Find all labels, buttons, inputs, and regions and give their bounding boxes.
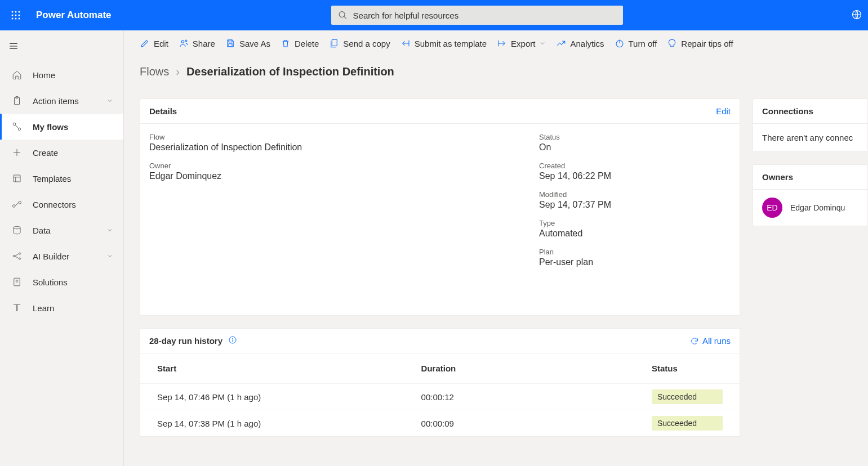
owners-card: Owners ED Edgar Dominqu	[753, 164, 868, 226]
delete-button[interactable]: Delete	[281, 35, 319, 52]
svg-point-25	[13, 256, 15, 257]
cmd-label: Turn off	[629, 39, 657, 48]
sidebar-item-label: Action items	[33, 96, 79, 106]
command-bar: Edit Share Save As Delete Send a copy Su…	[140, 30, 868, 56]
search-input[interactable]	[353, 11, 616, 20]
edit-details-link[interactable]: Edit	[716, 106, 731, 116]
cmd-label: Submit as template	[415, 39, 487, 48]
status-badge: Succeeded	[652, 389, 723, 404]
breadcrumb-root[interactable]: Flows	[140, 65, 169, 78]
sidebar-item-label: Learn	[33, 303, 54, 313]
svg-point-31	[181, 41, 184, 43]
connections-card: Connections There aren't any connec	[753, 98, 868, 152]
search-icon	[338, 10, 348, 20]
owner-label: Owner	[149, 162, 539, 170]
svg-point-4	[15, 15, 17, 16]
sidebar-item-my-flows[interactable]: My flows	[0, 114, 123, 140]
sidebar-item-action-items[interactable]: Action items	[0, 88, 123, 114]
svg-point-8	[19, 18, 20, 20]
flow-icon	[10, 120, 24, 133]
sidebar-item-label: Connectors	[33, 200, 76, 209]
status-badge: Succeeded	[652, 416, 723, 431]
cmd-label: Edit	[154, 39, 168, 48]
svg-point-2	[19, 11, 20, 13]
details-card: Details Edit Flow Deserialization of Ins…	[140, 98, 740, 316]
chevron-right-icon: ›	[176, 65, 180, 78]
sidebar-item-ai-builder[interactable]: AI Builder	[0, 243, 123, 269]
card-title: Details	[149, 106, 177, 116]
table-row[interactable]: Sep 14, 07:46 PM (1 h ago)00:00:12Succee…	[140, 384, 740, 410]
send-copy-button[interactable]: Send a copy	[329, 35, 390, 52]
repair-tips-button[interactable]: Repair tips off	[667, 35, 733, 52]
sidebar-item-solutions[interactable]: Solutions	[0, 269, 123, 295]
cmd-label: Repair tips off	[681, 39, 733, 48]
col-status: Status	[635, 353, 740, 384]
connections-body: There aren't any connec	[753, 124, 867, 151]
solutions-icon	[10, 275, 24, 289]
edit-button[interactable]: Edit	[140, 35, 168, 52]
hamburger-icon[interactable]	[0, 35, 27, 57]
cmd-label: Save As	[239, 39, 270, 48]
cmd-label: Export	[511, 39, 535, 48]
refresh-icon	[690, 337, 699, 346]
svg-point-0	[12, 11, 14, 13]
sidebar: Home Action items My flows Create Templa…	[0, 30, 124, 466]
connectors-icon	[10, 198, 24, 211]
save-as-button[interactable]: Save As	[225, 35, 270, 52]
owner-name: Edgar Dominqu	[790, 203, 845, 212]
search-box[interactable]	[331, 6, 623, 25]
flow-label: Flow	[149, 133, 539, 141]
sidebar-item-label: AI Builder	[33, 252, 69, 261]
top-bar: Power Automate	[0, 0, 868, 30]
sidebar-item-data[interactable]: Data	[0, 217, 123, 243]
sidebar-item-label: My flows	[33, 122, 68, 132]
chevron-down-icon	[539, 39, 546, 48]
turn-off-button[interactable]: Turn off	[615, 35, 657, 52]
status-label: Status	[539, 133, 731, 141]
svg-point-26	[19, 253, 21, 254]
cell-status: Succeeded	[635, 384, 740, 410]
sidebar-item-label: Templates	[33, 174, 71, 183]
created-label: Created	[539, 162, 731, 170]
brand-label[interactable]: Power Automate	[36, 10, 112, 21]
run-history-table: Start Duration Status Sep 14, 07:46 PM (…	[140, 353, 740, 436]
sidebar-item-learn[interactable]: Learn	[0, 295, 123, 321]
col-duration: Duration	[404, 353, 635, 384]
svg-point-7	[15, 18, 17, 20]
sidebar-item-connectors[interactable]: Connectors	[0, 191, 123, 217]
sidebar-item-templates[interactable]: Templates	[0, 165, 123, 191]
svg-point-32	[185, 40, 187, 42]
owner-row[interactable]: ED Edgar Dominqu	[753, 190, 867, 226]
all-runs-link[interactable]: All runs	[690, 336, 731, 346]
export-button[interactable]: Export	[497, 35, 546, 52]
info-icon[interactable]	[228, 335, 237, 346]
cell-start: Sep 14, 07:38 PM (1 h ago)	[140, 410, 404, 437]
svg-line-10	[344, 16, 346, 19]
chevron-down-icon	[106, 252, 113, 261]
svg-point-1	[15, 11, 17, 13]
sidebar-item-create[interactable]: Create	[0, 140, 123, 165]
cell-duration: 00:00:09	[404, 410, 635, 437]
globe-icon[interactable]	[851, 9, 862, 22]
svg-point-9	[339, 12, 345, 17]
share-button[interactable]: Share	[179, 35, 215, 52]
svg-rect-21	[14, 175, 20, 182]
sidebar-item-label: Home	[33, 70, 55, 80]
analytics-button[interactable]: Analytics	[556, 35, 604, 52]
table-row[interactable]: Sep 14, 07:38 PM (1 h ago)00:00:09Succee…	[140, 410, 740, 437]
sidebar-item-home[interactable]: Home	[0, 62, 123, 88]
plan-label: Plan	[539, 248, 731, 256]
clipboard-icon	[10, 94, 24, 107]
card-title: Owners	[762, 172, 793, 182]
templates-icon	[10, 172, 24, 185]
home-icon	[10, 68, 24, 82]
cell-start: Sep 14, 07:46 PM (1 h ago)	[140, 384, 404, 410]
app-launcher-icon[interactable]	[6, 5, 26, 25]
sidebar-item-label: Create	[33, 148, 58, 158]
status-value: On	[539, 142, 731, 153]
all-runs-label: All runs	[702, 336, 731, 346]
submit-template-button[interactable]: Submit as template	[400, 35, 487, 52]
svg-point-27	[19, 258, 21, 259]
card-title: 28-day run history	[149, 336, 222, 346]
chevron-down-icon	[106, 226, 113, 235]
